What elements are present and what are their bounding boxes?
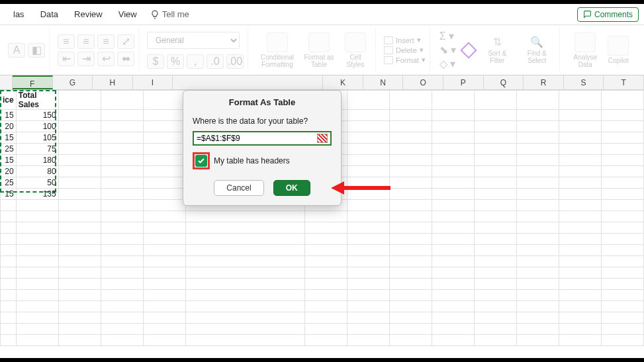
align-center-icon[interactable]: ≡: [77, 34, 95, 49]
format-as-table-dialog: Format As Table Where is the data for yo…: [183, 90, 342, 206]
tab-data[interactable]: Data: [32, 9, 66, 19]
indent-dec-icon[interactable]: ⇤: [58, 52, 75, 66]
format-as-table-button[interactable]: Format as Table: [301, 32, 337, 68]
range-picker-icon[interactable]: [317, 134, 328, 143]
autosum-icon[interactable]: Σ ▾: [439, 30, 456, 42]
range-input-row: [193, 131, 332, 146]
checkbox-row: My table has headers: [193, 152, 332, 169]
col-t[interactable]: T: [604, 75, 644, 89]
fill-color-icon[interactable]: ◧: [28, 43, 45, 58]
indent-inc-icon[interactable]: ⇥: [77, 52, 95, 66]
copilot-button[interactable]: Copilot: [605, 36, 631, 64]
tab-view[interactable]: View: [111, 9, 145, 19]
dialog-title: Format As Table: [183, 91, 341, 113]
headers-checkbox-label: My table has headers: [214, 156, 290, 165]
find-select-button[interactable]: 🔍Find & Select: [520, 36, 554, 64]
column-headers: F G H I K N O P Q R S T: [0, 75, 644, 90]
align-right-icon[interactable]: ≡: [97, 34, 115, 49]
table-range-input[interactable]: [197, 134, 317, 143]
alignment-group: ≡ ≡ ≡ ⤢ ⇤ ⇥ ↩ ⬌: [54, 28, 139, 72]
col-f[interactable]: F: [13, 75, 53, 89]
dialog-question: Where is the data for your table?: [193, 116, 332, 126]
font-color-icon[interactable]: A: [8, 43, 25, 58]
currency-icon[interactable]: $: [147, 54, 164, 69]
number-format-select[interactable]: General: [147, 32, 240, 49]
comments-button[interactable]: Comments: [577, 7, 639, 22]
fill-icon[interactable]: ⬊ ▾: [439, 44, 456, 56]
percent-icon[interactable]: %: [167, 54, 184, 69]
col-r[interactable]: R: [524, 75, 564, 89]
col-i[interactable]: I: [133, 75, 173, 89]
insert-button[interactable]: Insert▾: [384, 36, 426, 44]
sensitivity-icon[interactable]: [461, 42, 477, 58]
tab-review[interactable]: Review: [66, 9, 111, 19]
editing-group: Σ ▾ ⬊ ▾ ◇ ▾ ⇅Sort & Filter 🔍Find & Selec…: [434, 28, 560, 72]
format-button[interactable]: Format▾: [384, 56, 426, 64]
cell[interactable]: ice: [1, 91, 17, 110]
ribbon: A ◧ ≡ ≡ ≡ ⤢ ⇤ ⇥ ↩ ⬌ General $: [0, 25, 644, 75]
delete-button[interactable]: Delete▾: [384, 46, 426, 54]
align-left-icon[interactable]: ≡: [58, 34, 75, 49]
styles-group: Conditional Formatting Format as Table C…: [252, 28, 376, 72]
tell-me-search[interactable]: Tell me: [150, 9, 189, 19]
dec-decimal-icon[interactable]: .00: [226, 54, 244, 69]
headers-checkbox[interactable]: [195, 155, 207, 167]
wrap-text-icon[interactable]: ↩: [97, 52, 115, 66]
number-group: General $ % , .0 .00: [143, 28, 248, 72]
col-q[interactable]: Q: [484, 75, 524, 89]
col-k[interactable]: K: [323, 75, 363, 89]
cell-styles-button[interactable]: Cell Styles: [340, 32, 371, 68]
tab-formulas-partial[interactable]: las: [5, 9, 32, 19]
merge-icon[interactable]: ⬌: [117, 52, 134, 66]
cells-group: Insert▾ Delete▾ Format▾: [380, 28, 430, 72]
col-g[interactable]: G: [53, 75, 93, 89]
cell[interactable]: Total Sales: [16, 91, 58, 110]
orientation-icon[interactable]: ⤢: [117, 34, 134, 49]
analyse-data-button[interactable]: Analyse Data: [568, 32, 602, 68]
col-e-partial[interactable]: [0, 75, 13, 89]
checkbox-highlight: [193, 152, 210, 169]
lightbulb-icon: [150, 10, 160, 19]
sort-filter-button[interactable]: ⇅Sort & Filter: [481, 36, 513, 64]
ok-button[interactable]: OK: [273, 180, 310, 196]
col-j-covered[interactable]: [173, 75, 323, 89]
excel-app: las Data Review View Tell me Comments A …: [0, 4, 644, 358]
col-n[interactable]: N: [363, 75, 404, 89]
cancel-button[interactable]: Cancel: [214, 180, 263, 196]
analysis-group: Analyse Data Copilot: [564, 28, 635, 72]
col-s[interactable]: S: [564, 75, 604, 89]
tell-me-label: Tell me: [162, 9, 189, 19]
col-o[interactable]: O: [403, 75, 443, 89]
comma-icon[interactable]: ,: [187, 54, 204, 69]
inc-decimal-icon[interactable]: .0: [207, 54, 224, 69]
clear-icon[interactable]: ◇ ▾: [439, 58, 456, 70]
font-group: A ◧: [4, 28, 50, 72]
col-h[interactable]: H: [93, 75, 133, 89]
check-icon: [197, 157, 205, 165]
comment-icon: [583, 10, 592, 19]
menu-tabs: las Data Review View Tell me Comments: [0, 4, 644, 25]
conditional-formatting-button[interactable]: Conditional Formatting: [256, 32, 299, 68]
col-p[interactable]: P: [443, 75, 484, 89]
